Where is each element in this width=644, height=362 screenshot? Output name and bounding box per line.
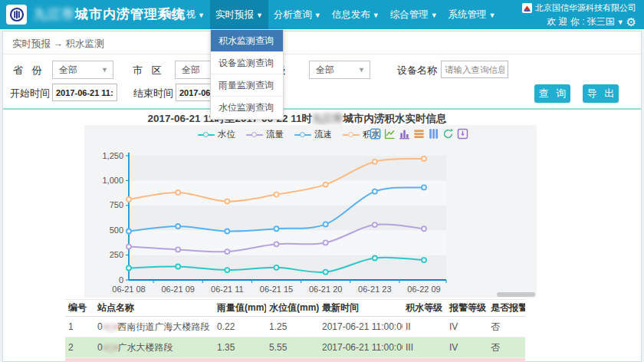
svg-text:06-21 20: 06-21 20 <box>309 285 342 294</box>
chevron-down-icon: ▼ <box>198 12 205 19</box>
chart-scrollbar-thumb[interactable] <box>497 292 535 297</box>
nav-item-4[interactable]: 综合管理▼ <box>385 0 443 29</box>
column-header-7: 是否报警 <box>488 301 525 314</box>
start-time-input[interactable] <box>52 84 117 101</box>
chevron-down-icon: ▼ <box>256 12 263 19</box>
bar-chart-icon[interactable] <box>399 128 410 143</box>
line-chart: 02505007501,0001,25006-21 0806-21 0906-2… <box>84 125 537 298</box>
stack-icon[interactable] <box>413 128 425 143</box>
line-chart-icon[interactable] <box>384 128 396 143</box>
breadcrumb-arrow-icon: → <box>53 38 63 49</box>
start-time-label: 开始时间 <box>10 87 50 100</box>
emblem-icon <box>9 7 25 22</box>
query-button[interactable]: 查 询 <box>534 84 570 103</box>
stations-table: 编号站点名称雨量值(mm)水位值(mm)最新时间积水等级报警等级是否报警 10■… <box>65 299 525 362</box>
dropdown-item-3[interactable]: 水位监测查询 <box>211 97 283 119</box>
legend-marker-icon <box>246 132 263 137</box>
gear-icon[interactable]: ⚙ <box>626 17 636 28</box>
province-value: 全部 <box>59 64 77 75</box>
column-header-0: 编号 <box>65 301 94 314</box>
table-row-3[interactable]: 30■▥■美工大楼交叉段0.588.882017-06-21 11:00:00I… <box>65 358 525 362</box>
chevron-down-icon: ▼ <box>373 12 380 19</box>
cell-r2-c6: IV <box>446 342 488 353</box>
company-info: 北京国信华源科技有限公司 <box>522 2 636 14</box>
legend-marker-icon <box>294 132 311 137</box>
cell-r2-c3: 5.55 <box>266 342 319 353</box>
device-name-label: 设备名称 <box>397 64 437 77</box>
data-view-icon[interactable] <box>370 128 381 143</box>
top-bar: 九江市城市内涝管理系统 实时监视▼实时预报▼积水监测查询设备监测查询雨量监测查询… <box>0 0 644 29</box>
divider-teal <box>3 108 641 110</box>
province-label: 省 份 <box>13 64 45 77</box>
dropdown-item-2[interactable]: 雨量监测查询 <box>211 74 283 97</box>
redacted-text: ■▥■ <box>103 342 118 353</box>
cell-r1-c3: 1.25 <box>266 321 319 332</box>
chevron-down-icon: ▼ <box>101 61 108 78</box>
column-header-4: 最新时间 <box>319 301 402 314</box>
city-label: 市 区 <box>133 64 165 77</box>
export-button[interactable]: 导 出 <box>583 84 619 103</box>
chart-legend: 水位流量流速积水 <box>198 129 380 140</box>
user-name[interactable]: 张三国 <box>587 15 615 28</box>
svg-text:06-21 09: 06-21 09 <box>161 285 194 294</box>
nav-item-3[interactable]: 信息发布▼ <box>327 0 385 29</box>
dropdown-item-0[interactable]: 积水监测查询 <box>211 30 283 52</box>
cell-r1-c2: 0.22 <box>214 321 266 332</box>
chevron-down-icon: ▼ <box>431 12 438 19</box>
cell-r1-c1: 0■▥■西南街道广海大楼路段 <box>94 321 214 334</box>
breadcrumb-page: 积水监测 <box>65 38 104 49</box>
forecast-dropdown-menu: 积水监测查询设备监测查询雨量监测查询水位监测查询 <box>210 29 284 120</box>
cell-r1-c6: IV <box>446 321 488 332</box>
county-value: 全部 <box>316 64 334 75</box>
svg-text:06-21 08: 06-21 08 <box>112 285 145 294</box>
legend-marker-icon <box>343 132 360 137</box>
chevron-down-icon: ▼ <box>358 61 365 78</box>
company-logo-icon <box>522 3 532 13</box>
welcome-text: 欢 迎 你 : <box>547 15 584 28</box>
nav-item-5[interactable]: 系统管理▼ <box>443 0 501 29</box>
svg-text:1,250: 1,250 <box>102 151 123 160</box>
svg-text:06-22 09: 06-22 09 <box>407 285 440 294</box>
nav-item-2[interactable]: 分析查询▼ <box>268 0 327 29</box>
chart-toolbox <box>370 128 468 143</box>
table-row-2[interactable]: 20■▥■广水大楼路段1.355.552017-06-21 11:00:00II… <box>65 337 525 358</box>
company-name: 北京国信华源科技有限公司 <box>535 2 636 14</box>
main-nav: 实时监视▼实时预报▼积水监测查询设备监测查询雨量监测查询水位监测查询分析查询▼信… <box>152 0 501 29</box>
legend-item-流速[interactable]: 流速 <box>294 129 332 140</box>
divider <box>3 54 641 54</box>
user-caret-icon[interactable]: ▼ <box>617 18 624 26</box>
svg-text:500: 500 <box>110 225 123 235</box>
legend-item-流量[interactable]: 流量 <box>246 129 284 140</box>
county-select[interactable]: 全部 ▼ <box>309 61 370 79</box>
restore-icon[interactable] <box>442 128 454 143</box>
cell-r2-c1: 0■▥■广水大楼路段 <box>94 341 214 354</box>
cell-r1-c4: 2017-06-21 11:00:00 <box>319 321 402 332</box>
city-value: 全部 <box>182 64 200 75</box>
save-image-icon[interactable] <box>457 128 468 143</box>
column-header-5: 积水等级 <box>402 301 446 314</box>
chart-container: 水位流量流速积水 02505007501,0001,25006-21 0806-… <box>84 125 537 298</box>
province-select[interactable]: 全部 ▼ <box>52 61 113 79</box>
chart-title-redacted: 九江市 <box>312 113 343 124</box>
chevron-down-icon: ▼ <box>489 12 496 19</box>
tiled-icon[interactable] <box>428 128 439 143</box>
column-header-2: 雨量值(mm) <box>214 301 266 314</box>
cell-r1-c7: 否 <box>488 321 525 334</box>
legend-item-水位[interactable]: 水位 <box>198 129 235 140</box>
nav-item-1[interactable]: 实时预报▼积水监测查询设备监测查询雨量监测查询水位监测查询 <box>210 0 268 29</box>
table-row-1[interactable]: 10■▥■西南街道广海大楼路段0.221.252017-06-21 11:00:… <box>65 317 525 337</box>
device-name-input[interactable] <box>441 61 508 78</box>
column-header-1: 站点名称 <box>94 301 214 314</box>
redacted-text: ■▥■ <box>103 321 118 332</box>
app-logo <box>6 5 27 25</box>
breadcrumb: 实时预报 → 积水监测 <box>12 38 104 51</box>
svg-text:06-21 15: 06-21 15 <box>260 285 293 294</box>
column-header-6: 报警等级 <box>446 301 488 314</box>
cell-r2-c5: III <box>402 342 446 353</box>
cell-r1-c0: 1 <box>65 321 94 332</box>
cell-r2-c0: 2 <box>65 342 94 353</box>
nav-item-0[interactable]: 实时监视▼ <box>152 0 210 29</box>
dropdown-item-1[interactable]: 设备监测查询 <box>211 52 283 74</box>
chevron-down-icon: ▼ <box>314 12 321 19</box>
table-body: 10■▥■西南街道广海大楼路段0.221.252017-06-21 11:00:… <box>65 317 525 362</box>
